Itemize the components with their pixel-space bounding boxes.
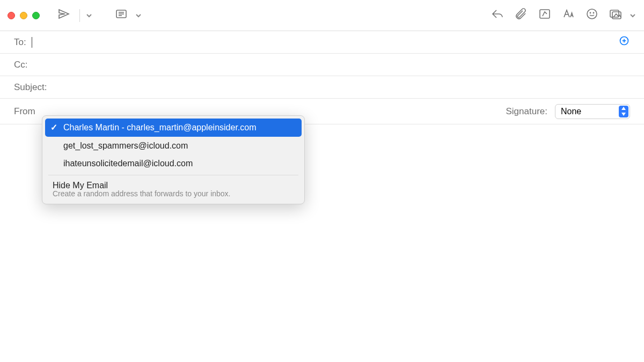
window-traffic-lights[interactable] bbox=[8, 12, 40, 19]
paperclip-icon bbox=[515, 8, 528, 23]
svg-rect-4 bbox=[540, 10, 550, 18]
send-options-chevron[interactable] bbox=[85, 13, 93, 18]
header-fields-chevron[interactable] bbox=[135, 13, 142, 18]
close-window-button[interactable] bbox=[8, 12, 15, 19]
photo-icon bbox=[609, 8, 622, 23]
dropdown-separator bbox=[48, 175, 298, 175]
signature-select[interactable]: None bbox=[555, 104, 630, 119]
select-stepper-icon bbox=[619, 106, 628, 117]
signature-group: Signature: None bbox=[506, 104, 631, 119]
header-fields-button[interactable] bbox=[111, 5, 131, 26]
from-option-1[interactable]: get_lost_spammers@icloud.com bbox=[45, 137, 302, 155]
markup-button[interactable] bbox=[535, 5, 555, 26]
from-account-dropdown[interactable]: Charles Martin - charles_martin@appleins… bbox=[42, 115, 305, 204]
svg-point-5 bbox=[587, 9, 597, 19]
subject-field-row[interactable]: Subject: bbox=[0, 76, 644, 99]
svg-point-7 bbox=[593, 12, 594, 13]
signature-selected-value: None bbox=[561, 107, 581, 116]
cc-input[interactable] bbox=[33, 60, 631, 70]
photo-browser-chevron[interactable] bbox=[629, 13, 636, 18]
to-field-row[interactable]: To: bbox=[0, 31, 644, 54]
cc-label: Cc: bbox=[14, 60, 28, 70]
cc-field-row[interactable]: Cc: bbox=[0, 54, 644, 76]
plus-circle-icon bbox=[619, 35, 630, 49]
markup-icon bbox=[538, 8, 551, 23]
compose-header-fields: To: Cc: Subject: From Signature: None bbox=[0, 31, 644, 124]
from-option-2[interactable]: ihateunsolicitedemail@icloud.com bbox=[45, 154, 302, 173]
send-icon bbox=[57, 8, 70, 23]
emoji-icon bbox=[586, 8, 598, 23]
zoom-window-button[interactable] bbox=[32, 12, 40, 19]
signature-label: Signature: bbox=[506, 106, 548, 117]
reply-button[interactable] bbox=[487, 5, 508, 26]
send-button[interactable] bbox=[54, 5, 74, 26]
to-label: To: bbox=[14, 37, 26, 48]
font-icon bbox=[562, 8, 575, 23]
add-recipient-button[interactable] bbox=[618, 36, 630, 48]
hide-my-email-title: Hide My Email bbox=[53, 181, 108, 190]
toolbar-divider bbox=[79, 9, 80, 22]
from-option-label: ihateunsolicitedemail@icloud.com bbox=[63, 159, 193, 168]
hide-my-email-option[interactable]: Hide My Email Create a random address th… bbox=[45, 178, 302, 201]
format-button[interactable] bbox=[558, 5, 579, 26]
from-option-0[interactable]: Charles Martin - charles_martin@appleins… bbox=[45, 119, 302, 137]
list-icon bbox=[115, 8, 128, 23]
from-label: From bbox=[14, 106, 35, 117]
svg-point-6 bbox=[590, 12, 590, 13]
to-input[interactable] bbox=[32, 37, 618, 48]
photo-browser-button[interactable] bbox=[605, 5, 626, 26]
from-option-label: Charles Martin - charles_martin@appleins… bbox=[63, 123, 257, 132]
subject-input[interactable] bbox=[52, 82, 630, 93]
attach-button[interactable] bbox=[511, 5, 531, 26]
compose-toolbar bbox=[0, 0, 644, 31]
emoji-button[interactable] bbox=[582, 5, 602, 26]
from-option-label: get_lost_spammers@icloud.com bbox=[63, 141, 188, 150]
subject-label: Subject: bbox=[14, 82, 47, 93]
minimize-window-button[interactable] bbox=[20, 12, 27, 19]
hide-my-email-subtitle: Create a random address that forwards to… bbox=[53, 189, 295, 198]
reply-icon bbox=[491, 8, 504, 23]
